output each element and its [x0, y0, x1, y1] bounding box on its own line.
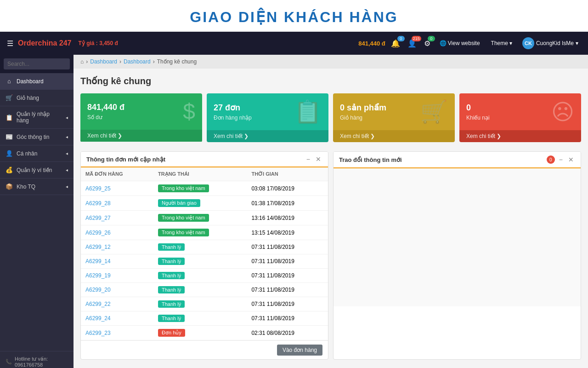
person-icon: 👤	[6, 150, 13, 157]
cart-icon: 🛒	[6, 94, 13, 101]
order-id-link[interactable]: A6299_27	[85, 215, 111, 221]
breadcrumb-sep-2: ›	[119, 58, 121, 65]
sidebar-item-quan-ly-vi[interactable]: 💰 Quản lý ví tiền ◂	[0, 162, 74, 178]
stat-card-complaints[interactable]: 0 Khiếu nại ☹ Xem chi tiết ❯	[459, 93, 581, 142]
order-panel-controls: − ✕	[305, 155, 322, 163]
menu-toggle-icon[interactable]: ☰	[7, 39, 13, 48]
order-panel-close-btn[interactable]: ✕	[314, 155, 322, 163]
sidebar-item-goc-thong-tin[interactable]: 📰 Góc thông tin ◂	[0, 129, 74, 145]
user-menu-btn[interactable]: CK CuongKid IsMe ▾	[520, 35, 581, 51]
order-panel-body: MÃ ĐƠN HÀNG TRẠNG THÁI THỜI GIAN A6299_2…	[81, 167, 328, 340]
stat-card-products[interactable]: 0 sản phẩm Giỏ hàng 🛒 Xem chi tiết ❯	[333, 93, 455, 142]
status-cell: Thanh lý	[153, 240, 247, 254]
chat-panel-close-btn[interactable]: ✕	[567, 156, 575, 163]
order-id-cell: A6299_14	[81, 254, 153, 269]
stat-balance-icon: $	[183, 99, 195, 124]
order-id-cell: A6299_24	[81, 311, 153, 326]
page-content: Thống kê chung 841,440 đ Số dư $ Xem chi…	[74, 69, 588, 367]
order-id-link[interactable]: A6299_20	[85, 287, 111, 293]
chat-panel-badge: 0	[547, 155, 555, 164]
settings-badge: 0	[428, 36, 435, 41]
order-id-link[interactable]: A6299_23	[85, 330, 111, 336]
page-title: Thống kê chung	[80, 75, 581, 86]
time-cell: 01:38 17/08/2019	[247, 196, 328, 211]
breadcrumb-link-1[interactable]: Dashboard	[90, 58, 117, 65]
status-badge: Đơn hủy	[158, 329, 185, 337]
stat-card-balance-body: 841,440 đ Số dư $	[80, 93, 202, 130]
banner-title: GIAO DIỆN KHÁCH HÀNG	[0, 8, 588, 26]
status-cell: Trong kho việt nam	[153, 211, 247, 225]
stat-card-complaints-body: 0 Khiếu nại ☹	[459, 93, 581, 130]
sidebar-nav: ⌂ Dashboard 🛒 Giỏ hàng 📋 Quản lý nhập hà…	[0, 73, 74, 351]
sidebar-item-quan-ly-nhap[interactable]: 📋 Quản lý nhập hàng ◂	[0, 106, 74, 129]
arrow-icon: ◂	[66, 115, 68, 120]
order-table: MÃ ĐƠN HÀNG TRẠNG THÁI THỜI GIAN A6299_2…	[81, 167, 328, 340]
stat-orders-value: 27 đơn	[214, 103, 252, 113]
search-input[interactable]	[4, 58, 70, 69]
globe-icon: 🌐	[440, 40, 447, 46]
phone-icon: 📞	[6, 359, 12, 365]
brand-logo: Orderchina 247	[18, 39, 72, 47]
time-cell: 07:31 11/08/2019	[247, 283, 328, 297]
status-badge: Thanh lý	[158, 300, 185, 308]
breadcrumb: ⌂ › Dashboard › Dashboard › Thống kê chu…	[74, 55, 588, 69]
stat-complaints-footer[interactable]: Xem chi tiết ❯	[459, 130, 581, 142]
stat-card-products-body: 0 sản phẩm Giỏ hàng 🛒	[333, 93, 455, 130]
order-id-cell: A6299_28	[81, 196, 153, 211]
bell-badge: 0	[397, 36, 405, 41]
status-badge: Thanh lý	[158, 286, 185, 293]
order-id-link[interactable]: A6299_24	[85, 315, 111, 322]
stat-balance-footer[interactable]: Xem chi tiết ❯	[80, 130, 202, 142]
time-cell: 02:31 08/08/2019	[247, 326, 328, 340]
status-badge: Thanh lý	[158, 243, 185, 251]
order-id-link[interactable]: A6299_28	[85, 200, 111, 207]
settings-btn[interactable]: ⚙ 0	[422, 38, 432, 49]
time-cell: 07:31 11/08/2019	[247, 297, 328, 311]
order-id-link[interactable]: A6299_25	[85, 185, 111, 192]
breadcrumb-sep-3: ›	[153, 58, 155, 65]
sidebar-item-dashboard[interactable]: ⌂ Dashboard	[0, 73, 74, 90]
table-row: A6299_26Trong kho việt nam13:15 14/08/20…	[81, 225, 328, 240]
stat-balance-label: Số dư	[87, 114, 124, 121]
sidebar-item-kho-tq[interactable]: 📦 Kho TQ ◂	[0, 178, 74, 195]
stat-complaints-value: 0	[466, 103, 490, 113]
go-to-orders-btn[interactable]: Vào đơn hàng	[277, 345, 322, 356]
order-id-link[interactable]: A6299_22	[85, 301, 111, 307]
main-content: ⌂ › Dashboard › Dashboard › Thống kê chu…	[74, 55, 588, 368]
user-chevron-icon: ▾	[576, 40, 578, 46]
table-row: A6299_28Người bán giao01:38 17/08/2019	[81, 196, 328, 211]
sidebar-item-gio-hang[interactable]: 🛒 Giỏ hàng	[0, 90, 74, 106]
stat-products-label: Giỏ hàng	[340, 115, 386, 121]
order-panel-minimize-btn[interactable]: −	[305, 155, 311, 163]
notifications-user-btn[interactable]: 👤 215	[406, 38, 418, 49]
table-row: A6299_20Thanh lý07:31 11/08/2019	[81, 283, 328, 297]
chat-panel-body	[334, 168, 581, 306]
order-id-cell: A6299_23	[81, 326, 153, 340]
stat-orders-label: Đơn hàng nhập	[214, 115, 252, 121]
order-id-link[interactable]: A6299_14	[85, 258, 111, 264]
breadcrumb-home-icon: ⌂	[80, 58, 84, 65]
status-badge: Thanh lý	[158, 272, 185, 279]
breadcrumb-link-2[interactable]: Dashboard	[124, 58, 151, 65]
order-id-link[interactable]: A6299_19	[85, 272, 111, 279]
time-cell: 07:31 11/08/2019	[247, 269, 328, 283]
theme-btn[interactable]: Theme ▾	[487, 38, 516, 48]
notifications-bell-btn[interactable]: 🔔 0	[389, 38, 402, 49]
hotline-text: Hotline tư vấn: 0961766758	[15, 356, 68, 368]
sidebar-item-ca-nhan[interactable]: 👤 Cá nhân ◂	[0, 145, 74, 162]
order-id-link[interactable]: A6299_12	[85, 244, 111, 250]
stat-card-orders[interactable]: 27 đơn Đơn hàng nhập 📋 Xem chi tiết ❯	[207, 93, 328, 142]
table-row: A6299_23Đơn hủy02:31 08/08/2019	[81, 326, 328, 340]
chat-panel-minimize-btn[interactable]: −	[558, 156, 564, 163]
view-website-btn[interactable]: 🌐 View website	[436, 38, 484, 48]
sidebar: ⌂ Dashboard 🛒 Giỏ hàng 📋 Quản lý nhập hà…	[0, 55, 74, 368]
stat-card-balance[interactable]: 841,440 đ Số dư $ Xem chi tiết ❯	[80, 93, 202, 142]
table-row: A6299_14Thanh lý07:31 11/08/2019	[81, 254, 328, 269]
col-time: THỜI GIAN	[247, 167, 328, 181]
panels-row: Thông tin đơn mới cập nhật − ✕ MÃ ĐƠN HÀ…	[80, 151, 581, 360]
order-id-link[interactable]: A6299_26	[85, 230, 111, 236]
breadcrumb-sep-1: ›	[86, 58, 88, 65]
stat-products-footer[interactable]: Xem chi tiết ❯	[333, 130, 455, 142]
stat-orders-footer[interactable]: Xem chi tiết ❯	[207, 130, 328, 142]
status-cell: Thanh lý	[153, 297, 247, 311]
